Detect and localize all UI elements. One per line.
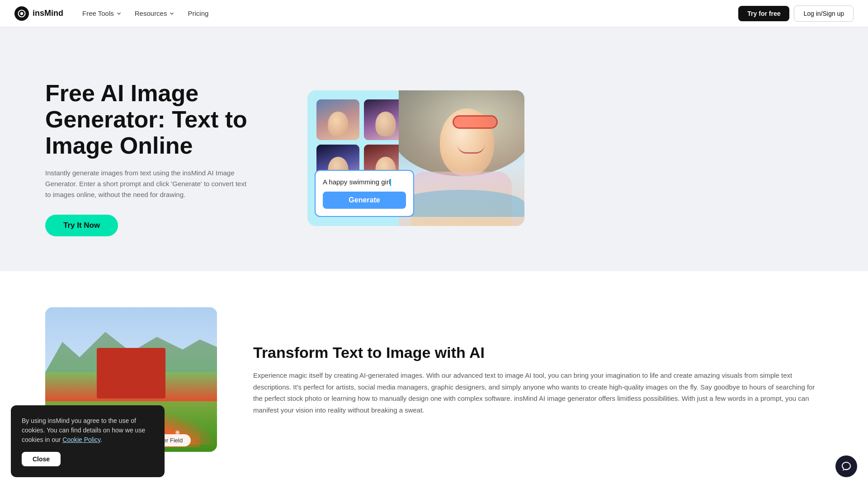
nav-pricing[interactable]: Pricing	[183, 7, 213, 20]
text-cursor	[390, 179, 391, 186]
prompt-text: A happy swimming girl	[323, 178, 406, 186]
logo-text: insMind	[33, 9, 63, 18]
hero-cta-button[interactable]: Try It Now	[45, 215, 118, 236]
try-free-button[interactable]: Try for free	[738, 6, 789, 21]
hero-right: DC-Comics Comics CG	[307, 90, 524, 226]
section2-right: Transform Text to Image with AI Experien…	[253, 343, 823, 416]
nav-resources[interactable]: Resources	[130, 7, 180, 20]
logo-icon	[14, 6, 29, 21]
cookie-banner: By using insMind you agree to the use of…	[11, 405, 165, 477]
chevron-down-icon	[169, 10, 175, 17]
navbar: insMind Free Tools Resources Pricing Try…	[0, 0, 868, 27]
hero-description: Instantly generate images from text usin…	[45, 168, 253, 200]
nav-actions: Try for free Log in/Sign up	[738, 5, 854, 22]
hero-left: Free AI Image Generator: Text to Image O…	[45, 80, 280, 237]
nav-free-tools[interactable]: Free Tools	[78, 7, 127, 20]
generate-button[interactable]: Generate	[323, 192, 406, 209]
chevron-down-icon	[116, 10, 122, 17]
style-thumb-dc-comics[interactable]: DC-Comics	[316, 99, 359, 140]
chat-icon	[841, 461, 852, 472]
nav-links: Free Tools Resources Pricing	[78, 7, 724, 20]
hero-main-image	[399, 90, 524, 226]
hero-title: Free AI Image Generator: Text to Image O…	[45, 80, 280, 159]
cookie-text: By using insMind you agree to the use of…	[22, 416, 154, 445]
section2-description: Experience magic itself by creating AI-g…	[253, 370, 823, 416]
cookie-policy-link[interactable]: Cookie Policy	[62, 436, 100, 443]
prompt-box: A happy swimming girl Generate	[315, 170, 414, 217]
logo[interactable]: insMind	[14, 6, 63, 21]
login-button[interactable]: Log in/Sign up	[794, 5, 854, 22]
chat-widget-button[interactable]	[835, 455, 857, 477]
svg-point-1	[20, 12, 24, 15]
hero-section: Free AI Image Generator: Text to Image O…	[0, 27, 868, 271]
hero-illustration: DC-Comics Comics CG	[307, 90, 524, 226]
cookie-close-button[interactable]: Close	[22, 452, 61, 466]
section2-title: Transform Text to Image with AI	[253, 343, 823, 362]
